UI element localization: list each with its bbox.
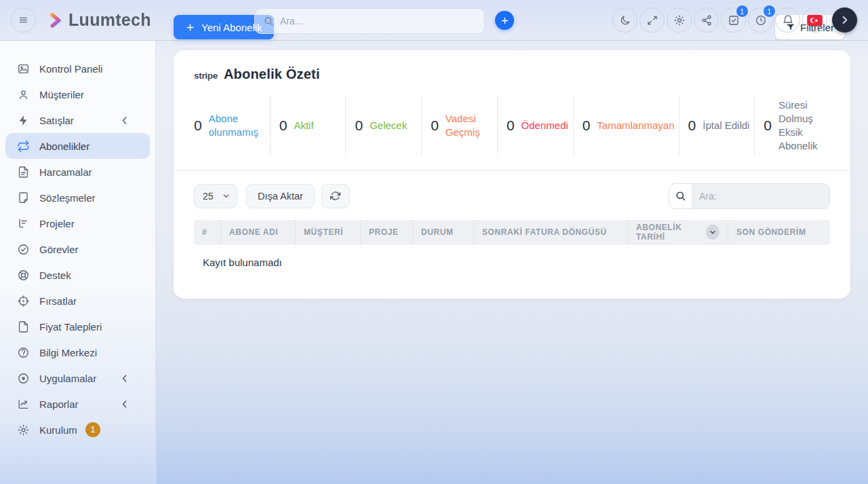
column-header-sonraki-fatura-d-ng-s[interactable]: SONRAKİ FATURA DÖNGÜSÜ [474,220,628,245]
stat-vadesi-ge-mi: 0Vadesi Geçmiş [421,96,497,155]
sidebar-item-sat-lar[interactable]: Satışlar [5,107,150,133]
reports-icon [17,398,30,411]
notification-badge: 1 [764,5,775,17]
share-button[interactable] [694,7,719,33]
user-avatar[interactable] [832,7,857,33]
sidebar-item-label: Abonelikler [39,141,90,152]
sidebar-item-g-revler[interactable]: Görevler [5,236,150,262]
stat-abone-olunmam: 0Abone olunmamış [194,96,270,155]
stat-label: İptal Edildi [703,119,749,132]
moon-icon [619,14,631,26]
stat-label: Süresi Dolmuş Eksik Abonelik [778,98,826,153]
sidebar-item-kontrol-paneli[interactable]: Kontrol Paneli [5,56,150,81]
sidebar-item-fiyat-talepleri[interactable]: Fiyat Talepleri [5,314,150,339]
stat-label: Aktif [294,119,313,132]
stat-count: 0 [355,117,363,134]
sidebar-item-harcamalar[interactable]: Harcamalar [5,159,150,185]
apps-icon [17,372,30,385]
sidebar-item-label: Fırsatlar [39,295,77,307]
stat-aktif: 0Aktif [270,96,346,155]
card-header: stripe Abonelik Özeti [174,50,850,88]
logo-icon [47,12,64,29]
table-search-input[interactable] [692,184,829,208]
sidebar-item-label: Projeler [39,218,75,229]
global-search[interactable] [254,8,485,34]
column-header-abone-adi[interactable]: ABONE ADI [221,220,296,245]
stat-i-ptal-edildi: 0İptal Edildi [679,96,755,155]
column-label: MÜŞTERİ [304,227,343,237]
quick-add-button[interactable] [495,11,514,30]
sidebar-item-raporlar[interactable]: Raporlar [5,391,150,417]
column-header-son-g-nderi-m[interactable]: SON GÖNDERİM [728,220,830,245]
settings-button[interactable] [667,7,692,33]
stat-label: Abone olunmamış [209,112,266,139]
turkish-flag-button[interactable] [802,7,827,33]
subscription-stats: 0Abone olunmamış0Aktif0Gelecek0Vadesi Ge… [174,88,850,170]
page-size-select[interactable]: 25 [194,184,237,208]
refresh-button[interactable] [321,184,350,208]
column-label: ABONE ADI [229,227,278,237]
todo-button[interactable]: 1 [721,7,746,33]
support-icon [17,269,30,282]
column-header-aboneli-k-tari-hi[interactable]: ABONELİK TARİHİ [628,220,728,245]
setup-icon [17,424,30,436]
chevron-right-icon [839,14,850,26]
column-header-proje[interactable]: PROJE [361,220,413,245]
sidebar-menu: Kontrol PaneliMüşterilerSatışlarAbonelik… [0,56,155,443]
stat-label: Vadesi Geçmiş [446,112,493,139]
sidebar-item-projeler[interactable]: Projeler [5,210,150,236]
table-header: #ABONE ADIMÜŞTERİPROJEDURUMSONRAKİ FATUR… [194,220,830,245]
sidebar-item-f-rsatlar[interactable]: Fırsatlar [5,288,150,314]
fullscreen-button[interactable] [639,7,665,33]
knowledge-icon [17,346,30,359]
sidebar-item-label: Raporlar [39,398,79,410]
subscriptions-table: #ABONE ADIMÜŞTERİPROJEDURUMSONRAKİ FATUR… [194,220,830,280]
empty-message: Kayıt bulunamadı [194,245,830,280]
export-button[interactable]: Dışa Aktar [246,184,315,208]
stat-denmedi: 0Ödenmedi [497,96,573,155]
sidebar-item-badge: 1 [85,422,100,437]
sidebar-item-label: Uygulamalar [39,373,96,384]
sidebar-item-kurulum[interactable]: Kurulum1 [5,417,150,443]
sidebar-item-s-zle-meler[interactable]: Sözleşmeler [5,185,150,210]
dashboard-icon [17,62,30,75]
sidebar-item-m-teriler[interactable]: Müşteriler [5,81,150,107]
search-icon[interactable] [669,184,692,208]
stat-count: 0 [431,117,439,134]
chevron-left-icon [118,372,131,385]
app-logo[interactable]: Luumtech [47,10,151,30]
search-icon [263,16,274,26]
sidebar-item-label: Harcamalar [39,166,92,178]
stat-label: Ödenmedi [521,119,568,132]
column-label: SON GÖNDERİM [736,227,806,237]
column-header-[interactable]: # [194,220,221,245]
stat-gelecek: 0Gelecek [345,96,421,155]
menu-toggle-button[interactable] [11,7,36,33]
column-header-m-teri[interactable]: MÜŞTERİ [296,220,361,245]
contracts-icon [17,191,30,204]
sidebar-item-label: Kontrol Paneli [39,63,102,75]
sidebar-item-label: Görevler [39,244,79,255]
sidebar-item-label: Kurulum [39,424,77,436]
stat-label: Gelecek [370,119,407,132]
moon-button[interactable] [612,7,637,33]
sidebar-item-bilgi-merkezi[interactable]: Bilgi Merkezi [5,339,150,365]
estimates-icon [17,320,30,333]
global-search-input[interactable] [280,16,476,26]
sidebar-item-uygulamalar[interactable]: Uygulamalar [5,365,150,391]
sidebar-item-destek[interactable]: Destek [5,262,150,288]
stat-count: 0 [764,117,772,134]
fullscreen-icon [646,14,658,26]
column-header-durum[interactable]: DURUM [413,220,474,245]
sales-icon [17,114,30,127]
sidebar-item-abonelikler[interactable]: Abonelikler [5,133,150,159]
notification-badge: 1 [736,5,748,17]
stat-count: 0 [583,117,591,134]
chevron-left-icon [118,114,131,127]
notifications-button[interactable] [775,7,800,33]
stat-tamamlanmayan: 0Tamamlanmayan [573,96,679,155]
reminders-button[interactable]: 1 [748,7,773,33]
sidebar-item-label: Bilgi Merkezi [39,347,97,358]
sort-chevron-button[interactable] [706,225,719,240]
column-label: # [202,227,207,237]
